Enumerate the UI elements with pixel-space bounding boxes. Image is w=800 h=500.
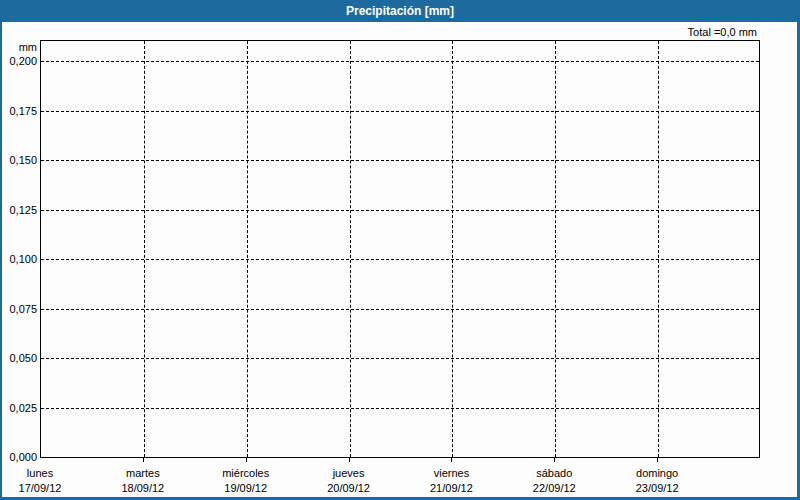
y-tick-label: 0,150: [2, 154, 37, 166]
x-axis-tick: [451, 458, 452, 462]
day-name-label: lunes: [0, 467, 95, 480]
x-axis-tick: [246, 458, 247, 462]
x-axis-day-label: miércoles19/09/12: [191, 467, 301, 495]
day-name-label: jueves: [294, 467, 404, 480]
day-date-label: 22/09/12: [499, 482, 609, 495]
plot-area: [40, 40, 760, 458]
gridline-horizontal: [41, 259, 759, 260]
gridline-horizontal: [41, 111, 759, 112]
x-axis-day-label: sábado22/09/12: [499, 467, 609, 495]
day-name-label: miércoles: [191, 467, 301, 480]
day-date-label: 18/09/12: [88, 482, 198, 495]
y-tick-label: 0,200: [2, 55, 37, 67]
day-name-label: martes: [88, 467, 198, 480]
y-tick-label: 0,100: [2, 253, 37, 265]
x-axis-day-label: jueves20/09/12: [294, 467, 404, 495]
chart-title-bar: Precipitación [mm]: [0, 0, 800, 22]
day-name-label: domingo: [602, 467, 712, 480]
day-date-label: 21/09/12: [396, 482, 506, 495]
y-tick-label: 0,000: [2, 451, 37, 463]
x-axis-day-label: martes18/09/12: [88, 467, 198, 495]
x-axis-tick: [657, 458, 658, 462]
y-tick-label: 0,050: [2, 352, 37, 364]
x-axis-tick: [554, 458, 555, 462]
y-tick-label: 0,025: [2, 402, 37, 414]
total-precipitation-label: Total =0,0 mm: [688, 26, 757, 39]
y-tick-label: 0,125: [2, 204, 37, 216]
precipitation-chart-window: Precipitación [mm] Total =0,0 mm mm 0,20…: [0, 0, 800, 500]
gridline-horizontal: [41, 160, 759, 161]
gridline-horizontal: [41, 358, 759, 359]
gridline-vertical: [452, 41, 453, 457]
y-tick-label: 0,075: [2, 303, 37, 315]
x-axis-day-label: viernes21/09/12: [396, 467, 506, 495]
day-date-label: 23/09/12: [602, 482, 712, 495]
y-tick-label: 0,175: [2, 105, 37, 117]
chart-content-area: Total =0,0 mm mm 0,2000,1750,1500,1250,1…: [2, 22, 797, 497]
chart-title: Precipitación [mm]: [346, 4, 454, 18]
day-name-label: viernes: [396, 467, 506, 480]
day-name-label: sábado: [499, 467, 609, 480]
x-axis-day-label: lunes17/09/12: [0, 467, 95, 495]
gridline-vertical: [555, 41, 556, 457]
gridline-vertical: [350, 41, 351, 457]
gridline-vertical: [658, 41, 659, 457]
day-date-label: 19/09/12: [191, 482, 301, 495]
gridline-vertical: [144, 41, 145, 457]
gridline-horizontal: [41, 309, 759, 310]
gridline-horizontal: [41, 210, 759, 211]
x-axis-day-label: domingo23/09/12: [602, 467, 712, 495]
day-date-label: 17/09/12: [0, 482, 95, 495]
x-axis-tick: [349, 458, 350, 462]
gridline-horizontal: [41, 61, 759, 62]
day-date-label: 20/09/12: [294, 482, 404, 495]
x-axis-tick: [143, 458, 144, 462]
gridline-vertical: [247, 41, 248, 457]
y-axis-unit-label: mm: [2, 41, 37, 53]
gridline-horizontal: [41, 408, 759, 409]
